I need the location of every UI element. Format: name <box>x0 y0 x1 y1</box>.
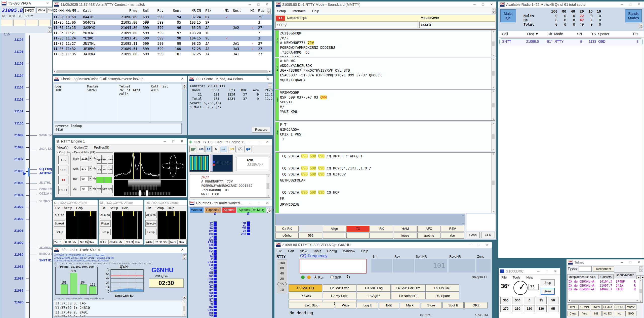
wwv-button[interactable]: WWV <box>625 304 636 310</box>
tab-2[interactable]: Bands/Modes <box>614 272 636 278</box>
param-select[interactable]: 60▼ <box>80 176 92 181</box>
country-row[interactable]: CX <box>201 233 217 236</box>
rescore-button[interactable]: Rescore <box>252 127 270 133</box>
menu-item[interactable]: Setup <box>277 9 286 13</box>
fig-button[interactable]: FIG <box>58 156 68 164</box>
tab-scroll-left[interactable]: ◄ <box>636 275 641 279</box>
bandmap-spot[interactable]: JE3RMQ 33° <box>39 246 52 250</box>
preset-300-button[interactable]: 300 <box>500 297 511 304</box>
bandmap-spot[interactable]: OZ11A 48° <box>39 192 52 195</box>
menu-item[interactable]: Profiles(S) <box>94 146 109 149</box>
fkey-3-button[interactable]: F3 S&P Log <box>357 284 391 292</box>
column-header[interactable]: DD-MM HH:MM▲ <box>53 8 83 13</box>
log-row[interactable]: 11-05 11:06SQ4CTS21095.805995999510315SP… <box>53 20 272 25</box>
bandmap-spot[interactable]: CQ-Frequency <box>39 167 52 171</box>
g9d-button[interactable]: G9D <box>625 311 636 316</box>
conn-button[interactable]: CONN <box>579 304 590 310</box>
menu-item[interactable]: File <box>501 276 507 279</box>
country-row[interactable]: HZ <box>201 249 217 252</box>
menu-item[interactable]: File <box>101 206 106 210</box>
bands-modes-button[interactable]: BandsModes <box>625 9 642 22</box>
titlebar[interactable]: NM Check Log/Master/Telnet/Call history/… <box>53 76 187 82</box>
country-row[interactable]: VU <box>201 314 217 317</box>
titlebar[interactable]: NM Available Radio 1- 22 Mults 48 Qs of … <box>498 2 644 8</box>
esc--stop-button[interactable]: Esc: Stop <box>289 302 334 308</box>
memo-box[interactable] <box>13 20 25 26</box>
country-row[interactable]: ZD7 <box>234 233 250 236</box>
country-row[interactable]: OZ <box>201 283 217 286</box>
column-header[interactable]: Rcv <box>149 8 164 13</box>
menu-item[interactable]: Help <box>168 206 174 210</box>
country-row[interactable]: 9A <box>201 227 217 230</box>
bandmap-spot[interactable]: JA1BWD 33° <box>39 171 52 175</box>
column-header[interactable]: Sect <box>232 8 248 13</box>
column-header[interactable]: M2 <box>248 8 258 13</box>
log-row[interactable]: 11-05 11:24YL2KO21093.455995999810415YL✓… <box>53 36 272 41</box>
tx-indicator[interactable]: TX <box>276 16 285 21</box>
country-row[interactable]: TA <box>201 300 217 303</box>
close-icon[interactable]: ✕ <box>264 200 271 206</box>
bandmap-spot[interactable]: YL2KO 60° <box>39 200 52 203</box>
vertical-scrollbar[interactable]: ∧∨ <box>639 279 642 302</box>
column-header[interactable]: ZN <box>196 8 205 13</box>
menu-item[interactable]: Setup <box>64 206 72 210</box>
mark-button[interactable]: Mark <box>400 302 420 308</box>
minimize-icon[interactable]: ─ <box>161 139 168 144</box>
menu-item[interactable]: View <box>300 249 307 253</box>
preset-180-button[interactable]: 180 <box>524 305 535 312</box>
country-row[interactable]: SM <box>201 292 217 295</box>
telnet-spinner[interactable]: ▲▼ <box>639 266 643 272</box>
ne-button[interactable]: NE <box>591 311 602 316</box>
minimize-icon[interactable]: ─ <box>618 260 625 265</box>
country-row[interactable]: JA <box>201 255 217 258</box>
titlebar[interactable]: ✣ GRITTY 1.3 - GRITTY Engine 11 ─ □ ✕ <box>188 139 272 145</box>
close-icon[interactable]: ✕ <box>635 2 642 7</box>
tx-preview-strip[interactable]: ∧∨ <box>275 214 465 225</box>
country-row[interactable]: OK <box>201 275 217 278</box>
vertical-scrollbar[interactable]: ∧∨ <box>491 30 495 57</box>
column-header[interactable]: Sent <box>164 8 182 13</box>
close-icon[interactable]: ✕ <box>44 1 51 6</box>
preset-50-button[interactable]: 50 <box>548 297 558 304</box>
align-button[interactable]: Align <box>323 226 346 232</box>
titlebar[interactable]: DI1 RX2 G3YYD 2Tone <box>53 200 98 206</box>
country-row[interactable]: ON <box>201 280 217 283</box>
memo-box[interactable] <box>26 20 38 26</box>
country-row[interactable]: 4X <box>201 224 217 227</box>
score-spinner[interactable]: ▲▼ <box>268 83 272 89</box>
country-row[interactable]: Z3 <box>234 230 250 233</box>
inuse-button[interactable]: inuse <box>394 233 417 239</box>
column-header[interactable]: Dir <box>541 32 552 36</box>
empty-slot-button[interactable] <box>323 233 346 239</box>
tx-button[interactable]: TX <box>58 176 68 184</box>
titlebar[interactable]: NM TS-890 VFO A ✕ <box>0 0 52 7</box>
minimize-icon[interactable]: ─ <box>247 139 254 145</box>
close-icon[interactable]: ✕ <box>484 242 491 248</box>
target-bearing-input[interactable]: 33 <box>529 284 539 290</box>
599-button[interactable]: 599 <box>299 233 322 239</box>
country-row[interactable]: EX <box>201 244 217 247</box>
menu-item[interactable]: Setup <box>110 206 118 210</box>
panel-spinner[interactable]: ▲▼ <box>183 84 186 89</box>
rcvdnr-input[interactable] <box>449 259 475 272</box>
memo-box[interactable] <box>1 20 13 26</box>
log-row[interactable]: 11-05 11:15JA2HYD21095.80599599966525JAJ… <box>53 25 272 30</box>
preset-270-button[interactable]: 270 <box>500 305 511 312</box>
rx-pane-3[interactable]: 13 VFZMWOG9F QSP 599 037-:+7 03 6WM SBGV… <box>275 89 495 121</box>
titlebar[interactable]: ⊕ RTTY Engine 1 ─ □ ✕ <box>55 138 187 145</box>
compass-dial[interactable] <box>513 281 528 295</box>
countries-spinner[interactable]: ▲▼ <box>268 208 271 213</box>
close-icon[interactable]: ✕ <box>635 260 642 265</box>
country-row[interactable]: HA <box>201 247 217 250</box>
close-icon[interactable]: ✕ <box>264 139 271 145</box>
band-160[interactable]: 160 <box>278 261 286 265</box>
column-header[interactable]: Spotter <box>598 32 621 36</box>
reconnect-button[interactable]: Reconnect <box>593 266 614 272</box>
column-header[interactable]: Snt <box>138 8 149 13</box>
country-row[interactable]: LY <box>201 266 217 269</box>
menu-item[interactable]: Interface <box>292 9 306 13</box>
param-select[interactable]: 70▼ <box>80 186 92 191</box>
empty-slot-button[interactable] <box>370 233 393 239</box>
mmtty-spinner[interactable]: ▲▼ <box>492 9 496 14</box>
rcv-input[interactable] <box>393 259 414 272</box>
